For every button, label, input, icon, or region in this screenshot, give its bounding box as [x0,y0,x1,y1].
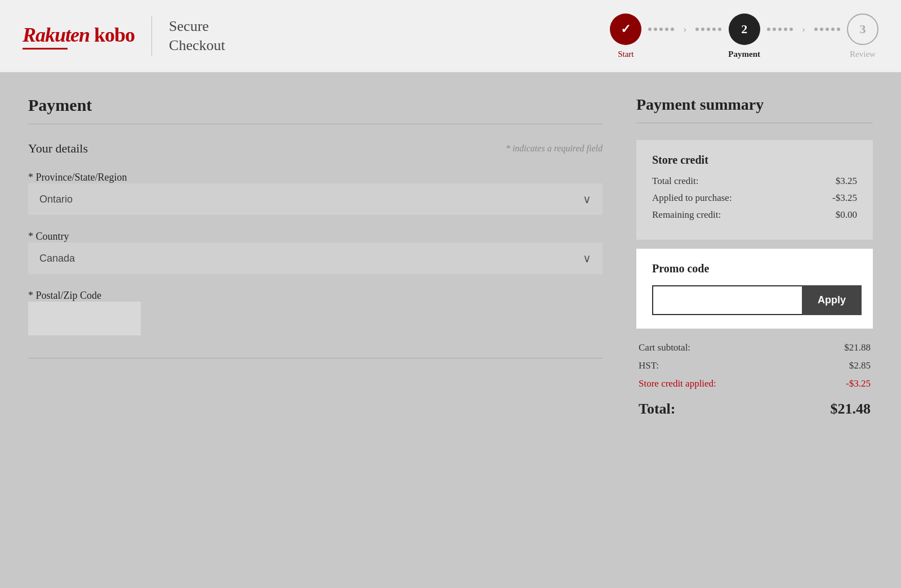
your-details-label: Your details [28,141,88,156]
country-select[interactable]: Canada [28,243,603,274]
logo[interactable]: Rakuten kobo [23,23,135,50]
summary-rows: Cart subtotal: $21.88 HST: $2.85 Store c… [636,342,873,418]
step-dots-4 [808,28,847,31]
your-details-header: Your details * indicates a required fiel… [28,141,603,156]
step-start-label: Start [618,50,634,59]
store-credit-value-2: $0.00 [836,209,857,221]
step-arrow-1: › [681,24,689,35]
store-credit-value-1: -$3.25 [832,192,857,204]
left-panel: Payment Your details * indicates a requi… [28,96,636,418]
secure-checkout-label: SecureCheckout [169,17,225,55]
main-content: Payment Your details * indicates a requi… [0,73,901,440]
country-label: * Country [28,231,69,242]
store-credit-label-0: Total credit: [652,176,698,187]
total-label: Total: [639,401,676,418]
step-arrow-2: › [800,24,808,35]
total-value: $21.48 [831,401,871,418]
store-credit-label-1: Applied to purchase: [652,192,732,204]
promo-input[interactable] [652,285,802,315]
step-dots-2 [689,28,728,31]
postal-label: * Postal/Zip Code [28,290,101,301]
step-review: 3 Review [847,14,878,59]
province-select[interactable]: Ontario [28,183,603,215]
store-credit-row-1: Applied to purchase: -$3.25 [652,192,857,204]
apply-button[interactable]: Apply [802,285,862,315]
summary-row-subtotal: Cart subtotal: $21.88 [639,342,871,353]
promo-title: Promo code [652,262,857,275]
payment-summary-title: Payment summary [636,96,873,114]
summary-value-subtotal: $21.88 [844,342,871,353]
summary-row-hst: HST: $2.85 [639,360,871,371]
step-dots-3 [760,28,800,31]
province-select-wrapper: Ontario ∨ [28,183,603,215]
store-credit-label-2: Remaining credit: [652,209,721,221]
required-note: * indicates a required field [506,143,603,154]
step-start-circle: ✓ [610,14,641,45]
store-credit-row-0: Total credit: $3.25 [652,176,857,187]
country-select-wrapper: Canada ∨ [28,243,603,274]
logo-rakuten: Rakuten [23,24,90,46]
summary-row-credit: Store credit applied: -$3.25 [639,378,871,389]
postal-input-wrapper [28,302,603,335]
header: Rakuten kobo SecureCheckout ✓ Start › 2 … [0,0,901,73]
summary-label-credit: Store credit applied: [639,378,716,389]
summary-value-credit: -$3.25 [846,378,871,389]
step-payment-label: Payment [728,50,760,59]
step-dots-1 [641,28,681,31]
payment-title: Payment [28,96,603,115]
store-credit-box: Store credit Total credit: $3.25 Applied… [636,140,873,240]
summary-value-hst: $2.85 [849,360,871,371]
promo-code-box: Promo code Apply [636,249,873,329]
logo-kobo: kobo [94,24,135,46]
logo-underline [23,48,68,50]
promo-input-row: Apply [652,285,857,315]
summary-label-hst: HST: [639,360,659,371]
store-credit-row-2: Remaining credit: $0.00 [652,209,857,221]
store-credit-title: Store credit [652,154,857,167]
step-review-label: Review [850,50,876,59]
summary-divider [636,123,873,123]
step-payment-circle: 2 [729,14,760,45]
summary-label-subtotal: Cart subtotal: [639,342,690,353]
store-credit-value-0: $3.25 [836,176,857,187]
payment-divider [28,124,603,124]
header-divider [151,16,152,56]
postal-input[interactable] [28,302,141,335]
total-row: Total: $21.48 [639,401,871,418]
logo-section: Rakuten kobo SecureCheckout [23,16,225,56]
bottom-divider [28,358,603,358]
step-payment: 2 Payment [728,14,760,59]
step-start: ✓ Start [610,14,641,59]
checkout-steps: ✓ Start › 2 Payment › 3 Review [610,14,878,59]
step-review-circle: 3 [847,14,878,45]
right-panel: Payment summary Store credit Total credi… [636,96,873,418]
province-label: * Province/State/Region [28,172,127,183]
